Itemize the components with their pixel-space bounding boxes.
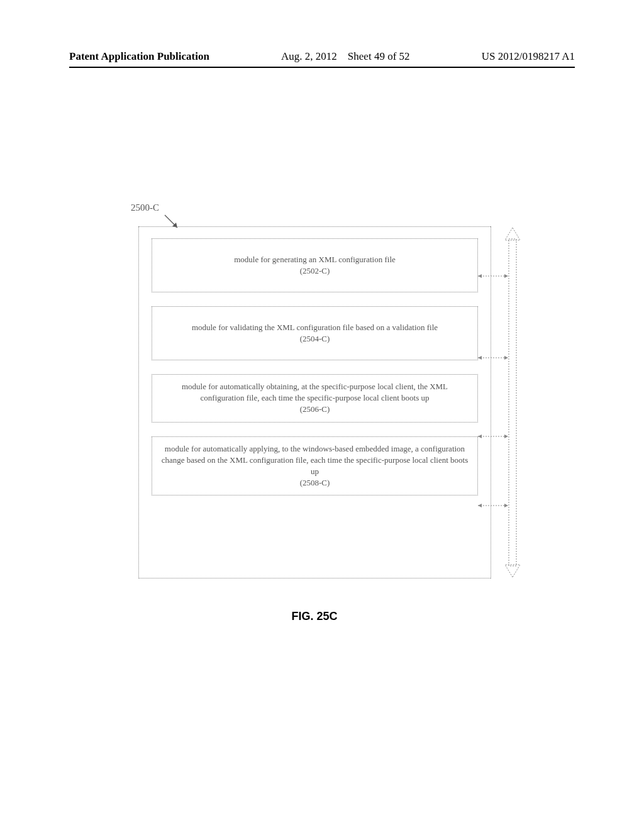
- svg-marker-4: [505, 565, 520, 577]
- svg-marker-7: [504, 274, 508, 278]
- module-generate-xml: module for generating an XML configurati…: [152, 238, 478, 292]
- connector-4: [478, 503, 504, 504]
- module-apply-config: module for automatically applying, to th…: [152, 436, 478, 496]
- header-divider: [69, 67, 575, 68]
- module-number: (2506-C): [161, 404, 469, 415]
- figure-reference-label: 2500-C: [131, 202, 159, 213]
- module-validate-xml: module for validating the XML configurat…: [152, 306, 478, 360]
- svg-marker-10: [504, 356, 508, 360]
- module-number: (2504-C): [161, 333, 469, 345]
- header-date-sheet: Aug. 2, 2012 Sheet 49 of 52: [281, 50, 409, 63]
- connector-1: [478, 274, 504, 274]
- connector-2: [478, 355, 504, 356]
- patent-page: Patent Application Publication Aug. 2, 2…: [0, 0, 644, 830]
- svg-marker-16: [504, 504, 508, 507]
- module-obtain-xml: module for automatically obtaining, at t…: [152, 374, 478, 423]
- svg-marker-3: [505, 228, 520, 240]
- module-number: (2502-C): [161, 265, 469, 277]
- header-publication-type: Patent Application Publication: [69, 50, 209, 63]
- module-text: module for automatically obtaining, at t…: [161, 381, 469, 404]
- page-header: Patent Application Publication Aug. 2, 2…: [0, 50, 644, 73]
- svg-marker-15: [478, 504, 482, 507]
- container-right-edge: [490, 226, 491, 578]
- svg-marker-9: [478, 356, 482, 360]
- figure-25c: 2500-C module for generating an XML conf…: [138, 208, 522, 560]
- svg-marker-13: [504, 434, 508, 438]
- module-number: (2508-C): [161, 477, 469, 489]
- module-text: module for generating an XML configurati…: [161, 254, 469, 265]
- svg-rect-2: [509, 239, 516, 566]
- figure-caption: FIG. 25C: [138, 610, 491, 623]
- connector-3: [478, 434, 504, 434]
- svg-marker-12: [478, 434, 482, 438]
- header-date: Aug. 2, 2012: [281, 50, 337, 62]
- header-publication-number: US 2012/0198217 A1: [482, 50, 575, 63]
- svg-marker-6: [478, 274, 482, 278]
- module-text: module for validating the XML configurat…: [161, 322, 469, 333]
- data-bus-arrow-icon: [500, 226, 525, 578]
- module-container: module for generating an XML configurati…: [138, 226, 491, 578]
- header-sheet: Sheet 49 of 52: [348, 50, 410, 62]
- module-text: module for automatically applying, to th…: [161, 443, 469, 478]
